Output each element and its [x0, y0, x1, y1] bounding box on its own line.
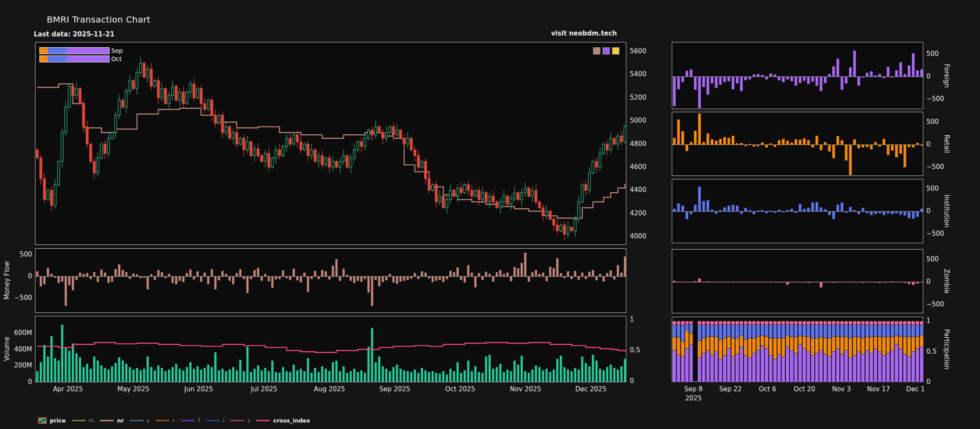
legend-item-cross_index[interactable]: cross_index: [256, 417, 310, 424]
date-x-tick: Dec 2025: [575, 385, 606, 393]
retail-y-tick: −500: [926, 163, 944, 171]
date-x-tick: Apr 2025: [53, 385, 83, 393]
legend-item-m[interactable]: m: [72, 417, 94, 424]
volume-y-tick: 0: [28, 378, 32, 386]
price-y-tick: 4200: [630, 209, 646, 217]
line-swatch-icon: [100, 420, 114, 421]
participation-y-tick: 0.5: [926, 347, 937, 355]
watermark-link[interactable]: visit neobdm.tech: [551, 29, 617, 37]
foreign-y-tick: 500: [926, 50, 939, 58]
last-data-label: Last data: 2025-11-21: [34, 30, 114, 38]
price-y-tick: 4800: [630, 140, 646, 148]
price-y-tick: 5400: [630, 70, 646, 78]
date-x-tick: Nov 2025: [510, 385, 541, 393]
month-legend-sep-label: Sep: [111, 47, 122, 54]
cross-index-y-tick: 0.5: [630, 346, 640, 354]
line-swatch-icon: [156, 420, 170, 421]
legend-item-label: nr: [117, 417, 124, 424]
retail-plot: [672, 112, 924, 176]
retail-y-tick: 500: [926, 118, 939, 126]
right-date-x-tick: Nov 3: [832, 385, 851, 393]
corner-swatch-rosybrown: [593, 47, 600, 55]
cross-index-y-tick: 1: [630, 315, 634, 324]
right-date-x-tick: Nov 17: [867, 385, 890, 393]
volume-y-tick: 400M: [14, 345, 32, 353]
legend-item-label: r: [173, 417, 175, 424]
right-date-x-tick-year: 2025: [685, 394, 702, 403]
legend-item-label: s: [147, 417, 150, 424]
price-y-tick: 5200: [630, 93, 646, 101]
month-legend-segment: [40, 48, 48, 54]
institution-y-tick: 500: [926, 185, 939, 193]
y-axis-label-participation: Participation: [943, 329, 951, 370]
legend-item-label: m: [89, 417, 94, 424]
right-date-x-tick: Dec 1: [906, 385, 925, 393]
candle-icon: [38, 417, 47, 424]
month-legend-oct-bar: [39, 55, 110, 62]
page-title: BMRI Transaction Chart: [47, 14, 150, 25]
zombie-plot: [672, 250, 924, 314]
candlestick-plot: [35, 42, 627, 245]
legend-item-z[interactable]: z: [230, 417, 250, 424]
date-x-tick: May 2025: [117, 385, 149, 393]
institution-chart: [672, 179, 923, 243]
legend-item-nr[interactable]: nr: [100, 417, 124, 424]
retail-chart: [672, 112, 923, 176]
legend-item-f[interactable]: f: [181, 417, 200, 424]
zombie-y-tick: 500: [926, 255, 939, 263]
y-axis-label-money-flow: Money Flow: [3, 261, 11, 300]
right-date-x-tick: Oct 6: [759, 385, 776, 393]
right-date-x-tick: Sep 8: [684, 385, 703, 393]
corner-swatch-gold: [612, 47, 619, 55]
participation-y-tick: 1: [926, 317, 931, 325]
line-swatch-icon: [72, 420, 86, 421]
month-legend-segment: [48, 48, 67, 54]
zombie-y-tick: −500: [926, 300, 944, 309]
corner-swatch-purple: [603, 47, 610, 55]
volume-plot: [35, 316, 627, 383]
date-x-tick: Sep 2025: [379, 385, 410, 393]
money-flow-y-tick: −500: [14, 294, 32, 302]
foreign-y-tick: −500: [926, 95, 944, 103]
foreign-y-tick: 0: [926, 72, 931, 81]
month-legend-segment: [67, 56, 109, 62]
line-swatch-icon: [206, 420, 220, 421]
legend-item-s[interactable]: s: [130, 417, 150, 424]
date-x-tick: Jun 2025: [184, 385, 213, 393]
institution-y-tick: −500: [926, 230, 944, 238]
legend-item-label: i: [223, 417, 225, 424]
foreign-plot: [672, 42, 924, 110]
line-swatch-icon: [230, 420, 244, 421]
money-flow-plot: [35, 249, 627, 313]
retail-y-tick: 0: [926, 140, 931, 149]
month-legend-segment: [67, 48, 109, 54]
price-y-tick: 5000: [630, 117, 646, 125]
legend-item-i[interactable]: i: [206, 417, 225, 424]
legend-item-label: z: [247, 417, 250, 424]
y-axis-label-volume: Volume: [3, 337, 11, 361]
date-x-tick: Jul 2025: [251, 385, 277, 393]
right-date-x-tick: Oct 20: [794, 385, 816, 393]
legend-item-label: f: [198, 417, 200, 424]
volume-y-tick: 600M: [14, 329, 32, 337]
legend-item-price[interactable]: price: [38, 417, 66, 424]
legend-item-label: price: [50, 417, 66, 424]
institution-plot: [672, 179, 924, 244]
right-date-x-tick: Sep 22: [719, 385, 741, 393]
money-flow-chart: [35, 248, 626, 313]
legend-item-r[interactable]: r: [156, 417, 175, 424]
month-legend-segment: [40, 56, 48, 62]
legend-item-label: cross_index: [273, 417, 310, 424]
month-legend-sep-bar: [39, 47, 110, 54]
price-y-tick: 4400: [630, 186, 646, 194]
y-axis-label-foreign: Foreign: [943, 64, 951, 88]
month-legend-oct-label: Oct: [111, 55, 122, 62]
price-y-tick: 4600: [630, 163, 646, 171]
price-y-tick: 4000: [630, 232, 646, 240]
date-x-tick: Aug 2025: [314, 385, 345, 393]
date-x-tick: Oct 2025: [445, 385, 475, 393]
zombie-y-tick: 0: [926, 278, 931, 286]
y-axis-label-retail: Retail: [943, 135, 951, 153]
line-swatch-icon: [130, 420, 144, 421]
money-flow-y-tick: 0: [28, 272, 32, 280]
